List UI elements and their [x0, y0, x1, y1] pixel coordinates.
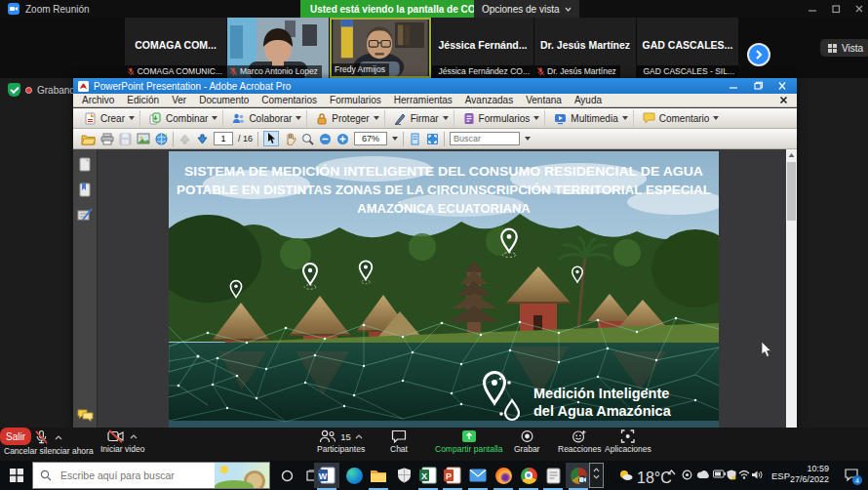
menu-avanzadas[interactable]: Avanzadas	[465, 95, 513, 105]
taskbar-app-edge[interactable]	[341, 463, 367, 488]
participant-tile-fredy-active-speaker[interactable]: Fredy Armijos	[330, 18, 431, 78]
tool-comentario-button[interactable]: Comentario	[638, 110, 725, 126]
scrolling-mode-icon[interactable]	[409, 133, 421, 145]
taskbar-scroll-buttons[interactable]	[589, 463, 604, 488]
fullscreen-mode-icon[interactable]	[426, 133, 439, 145]
page-number-input[interactable]	[214, 132, 233, 145]
menu-documento[interactable]: Documento	[199, 95, 249, 105]
open-folder-icon[interactable]	[81, 133, 96, 145]
print-icon[interactable]	[100, 133, 114, 145]
menu-edicion[interactable]: Edición	[127, 95, 159, 105]
hand-tool-icon[interactable]	[284, 133, 296, 145]
minimize-icon[interactable]	[724, 81, 743, 91]
tool-proteger-button[interactable]: Proteger	[311, 110, 384, 127]
chevron-up-icon[interactable]	[55, 435, 62, 440]
menu-formularios[interactable]: Formularios	[330, 95, 381, 105]
document-search-input[interactable]	[450, 132, 520, 145]
taskbar-app-defender[interactable]	[391, 463, 416, 488]
record-button[interactable]: Grabar	[514, 429, 539, 454]
zoom-out-icon[interactable]	[319, 133, 332, 145]
zoom-level-value[interactable]: 67%	[354, 132, 387, 145]
menu-ayuda[interactable]: Ayuda	[574, 95, 602, 105]
apps-button[interactable]: Aplicaciones	[605, 429, 651, 454]
language-indicator[interactable]: ESP	[771, 470, 790, 481]
taskbar-search-input[interactable]	[59, 469, 185, 482]
restore-icon[interactable]	[748, 81, 768, 91]
acrobat-titlebar[interactable]: PowerPoint Presentation - Adobe Acrobat …	[73, 78, 797, 94]
maximize-icon[interactable]	[831, 4, 841, 14]
taskbar-search-box[interactable]	[32, 462, 270, 489]
taskbar-app-explorer[interactable]	[366, 463, 391, 488]
tool-firmar-button[interactable]: Firmar	[389, 110, 454, 127]
previous-page-icon[interactable]	[178, 133, 191, 145]
taskbar-app-powerpoint[interactable]: P	[440, 463, 465, 488]
snapshot-icon[interactable]	[137, 133, 150, 144]
close-icon[interactable]	[854, 4, 864, 14]
close-icon[interactable]	[772, 81, 792, 91]
zoom-marquee-icon[interactable]	[301, 133, 314, 145]
reactions-button[interactable]: Reacciones	[558, 429, 601, 454]
scroll-up-icon[interactable]	[788, 152, 795, 158]
document-area[interactable]: Medición Inteligente del Agua Amazónica …	[99, 149, 786, 428]
speaker-icon[interactable]	[751, 470, 763, 480]
close-document-icon[interactable]	[779, 96, 788, 104]
next-page-icon[interactable]	[196, 133, 209, 145]
taskbar-app-mail[interactable]	[465, 463, 491, 488]
vista-button[interactable]: Vista	[820, 39, 868, 57]
tool-combinar-button[interactable]: Combinar	[144, 110, 223, 127]
zoom-caret-icon[interactable]	[392, 137, 398, 141]
select-tool-button[interactable]	[263, 131, 279, 146]
scrollbar-thumb[interactable]	[787, 162, 796, 221]
document-scrollbar[interactable]	[786, 149, 797, 428]
weather-icon[interactable]	[618, 469, 633, 481]
next-participants-button[interactable]	[747, 43, 770, 66]
participant-tile-comaga[interactable]: COMAGA COM... COMAGA COMUNIC...	[125, 18, 226, 78]
web-capture-icon[interactable]	[155, 133, 168, 145]
taskbar-app-excel[interactable]: X	[415, 463, 441, 488]
chat-button[interactable]: Chat	[390, 429, 408, 454]
participant-tile-jessica[interactable]: Jéssica Fernánd... Jéssica Fernández CO.…	[432, 18, 533, 78]
notification-center-button[interactable]: 4	[845, 469, 858, 481]
zoom-in-icon[interactable]	[336, 133, 349, 145]
battery-icon[interactable]	[713, 470, 726, 478]
start-button[interactable]	[10, 469, 23, 482]
minimize-icon[interactable]	[808, 4, 817, 14]
view-options-dropdown[interactable]: Opciones de vista	[474, 0, 579, 18]
search-caret-icon[interactable]	[525, 137, 531, 141]
tool-crear-button[interactable]: Crear	[80, 110, 140, 127]
bookmarks-panel-icon[interactable]	[78, 183, 93, 198]
taskbar-app-reader[interactable]	[540, 463, 566, 488]
taskbar-clock[interactable]: 10:59 27/6/2022	[790, 464, 829, 485]
onedrive-cloud-icon[interactable]	[696, 470, 710, 479]
tool-colaborar-button[interactable]: Colaborar	[227, 110, 307, 127]
taskbar-app-firefox[interactable]	[491, 463, 516, 488]
comments-panel-icon[interactable]	[77, 409, 94, 422]
start-video-button[interactable]: Iniciar video	[100, 429, 144, 454]
signatures-panel-icon[interactable]	[77, 208, 94, 223]
tool-formularios-button[interactable]: Formularios	[458, 110, 546, 127]
menu-ventana[interactable]: Ventana	[526, 95, 562, 105]
chevron-up-icon[interactable]	[355, 434, 363, 439]
pages-panel-icon[interactable]	[78, 157, 93, 173]
tool-multimedia-button[interactable]: Multimedia	[549, 110, 633, 127]
network-icon[interactable]	[738, 470, 750, 479]
taskbar-app-word[interactable]: W	[314, 463, 339, 488]
unmute-button[interactable]: Cancelar silenciar ahora	[4, 429, 94, 456]
taskbar-app-chrome-zoom[interactable]	[566, 463, 591, 488]
menu-comentarios[interactable]: Comentarios	[261, 95, 317, 105]
tray-chevron-up-icon[interactable]	[667, 470, 676, 475]
menu-ver[interactable]: Ver	[172, 95, 186, 105]
share-screen-button[interactable]: Compartir pantalla	[435, 429, 502, 454]
participant-tile-gad[interactable]: GAD CASCALES... GAD CASCALES - SIL...	[637, 18, 738, 78]
participants-button[interactable]: 15 Participantes	[317, 429, 365, 454]
participant-tile-marco[interactable]: Marco Antonio Lopez	[227, 18, 329, 78]
teams-icon[interactable]	[682, 470, 692, 480]
scroll-down-icon[interactable]	[593, 474, 600, 479]
chevron-up-icon[interactable]	[130, 434, 138, 439]
scroll-up-icon[interactable]	[593, 468, 600, 472]
taskbar-app-chrome[interactable]	[516, 463, 541, 488]
security-tray-icon[interactable]	[727, 470, 736, 480]
security-shield-icon[interactable]	[8, 83, 20, 97]
menu-archivo[interactable]: Archivo	[82, 95, 114, 105]
menu-herramientas[interactable]: Herramientas	[394, 95, 453, 105]
